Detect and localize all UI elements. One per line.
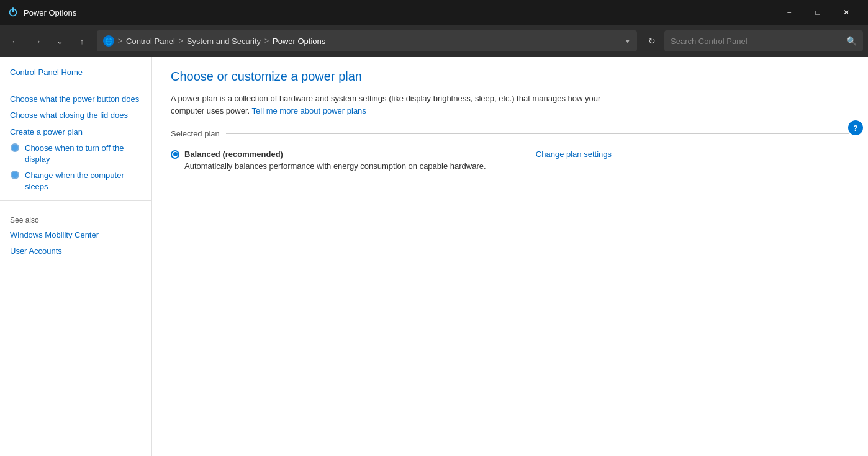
sidebar-label-power-button: Choose what the power button does [10, 94, 139, 105]
sidebar-item-power-button[interactable]: Choose what the power button does [0, 91, 151, 107]
app-icon [7, 7, 19, 18]
sidebar-label-control-panel-home: Control Panel Home [10, 67, 83, 78]
plan-row: Balanced (recommended) Automatically bal… [171, 146, 612, 174]
breadcrumb-sep-3: > [264, 37, 269, 45]
content-area: Choose or customize a power plan A power… [152, 57, 868, 456]
sidebar-label-user-accounts: User Accounts [10, 246, 62, 257]
main-layout: Control Panel Home Choose what the power… [0, 57, 868, 456]
search-bar[interactable]: 🔍 [664, 30, 863, 51]
search-icon: 🔍 [846, 36, 857, 46]
power-plans-link[interactable]: Tell me more about power plans [252, 106, 366, 115]
close-button[interactable]: ✕ [832, 0, 861, 25]
address-bar[interactable]: 🌐 > Control Panel > System and Security … [97, 30, 637, 51]
page-description: A power plan is a collection of hardware… [171, 92, 605, 117]
maximize-button[interactable]: □ [803, 0, 832, 25]
description-text: A power plan is a collection of hardware… [171, 94, 600, 115]
breadcrumb-sep-2: > [179, 37, 183, 45]
page-title: Choose or customize a power plan [171, 69, 849, 84]
sidebar-label-lid-close: Choose what closing the lid does [10, 110, 128, 121]
svg-point-3 [12, 172, 18, 178]
breadcrumb-sep-1: > [118, 37, 122, 45]
breadcrumb-current: Power Options [273, 37, 325, 46]
title-bar: Power Options − □ ✕ [0, 0, 868, 25]
change-plan-settings-link[interactable]: Change plan settings [536, 150, 612, 159]
recent-locations-button[interactable]: ⌄ [50, 31, 70, 51]
breadcrumb-icon: 🌐 [103, 35, 114, 47]
sidebar-item-computer-sleeps[interactable]: Change when the computer sleeps [0, 168, 151, 195]
sidebar-item-user-accounts[interactable]: User Accounts [0, 243, 151, 259]
up-button[interactable]: ↑ [72, 31, 92, 51]
sidebar-label-mobility-center: Windows Mobility Center [10, 230, 99, 241]
plan-radio[interactable] [171, 150, 179, 159]
sidebar-label-turn-off-display: Choose when to turn off the display [25, 143, 142, 165]
plan-name: Balanced (recommended) [171, 150, 536, 159]
sidebar-divider-1 [0, 86, 151, 86]
svg-point-1 [12, 145, 18, 151]
window-title: Power Options [24, 8, 775, 17]
forward-button[interactable]: → [27, 31, 47, 51]
help-button[interactable]: ? [848, 120, 863, 135]
see-also-label: See also [0, 206, 151, 227]
sidebar-divider-2 [0, 200, 151, 201]
nav-bar: ← → ⌄ ↑ 🌐 > Control Panel > System and S… [0, 25, 868, 57]
sidebar-item-lid-close[interactable]: Choose what closing the lid does [0, 107, 151, 123]
sleep-icon [10, 170, 20, 180]
sidebar: Control Panel Home Choose what the power… [0, 57, 152, 456]
plan-description: Automatically balances performance with … [184, 161, 536, 171]
display-icon [10, 143, 20, 153]
sidebar-label-computer-sleeps: Change when the computer sleeps [25, 170, 142, 192]
sidebar-item-create-plan[interactable]: Create a power plan [0, 124, 151, 140]
sidebar-item-mobility-center[interactable]: Windows Mobility Center [0, 227, 151, 243]
selected-plan-label: Selected plan [171, 129, 849, 138]
breadcrumb-system-security[interactable]: System and Security [187, 37, 261, 46]
sidebar-item-control-panel-home[interactable]: Control Panel Home [0, 65, 151, 81]
back-button[interactable]: ← [5, 31, 25, 51]
search-input[interactable] [671, 37, 841, 46]
breadcrumb-control-panel[interactable]: Control Panel [126, 37, 175, 46]
minimize-button[interactable]: − [775, 0, 803, 25]
window-controls: − □ ✕ [775, 0, 861, 25]
sidebar-label-create-plan: Create a power plan [10, 127, 83, 138]
plan-info: Balanced (recommended) Automatically bal… [171, 150, 536, 171]
refresh-button[interactable]: ↻ [642, 31, 662, 51]
address-dropdown-button[interactable]: ▼ [625, 38, 631, 45]
sidebar-item-turn-off-display[interactable]: Choose when to turn off the display [0, 140, 151, 168]
